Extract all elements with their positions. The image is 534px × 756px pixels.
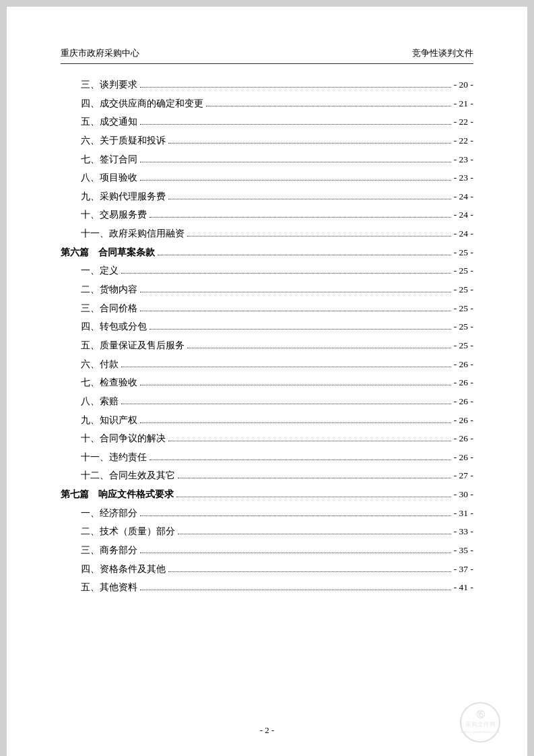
toc-item: 十一、政府采购信用融资- 24 - (61, 225, 473, 243)
toc-item: 六、关于质疑和投诉- 22 - (61, 132, 473, 150)
toc-item: 九、知识产权- 26 - (61, 412, 473, 429)
toc-item-text: 七、签订合同 (81, 151, 137, 168)
toc-item-dots (140, 515, 451, 516)
toc-item-page: - 35 - (454, 542, 473, 559)
toc-item-page: - 23 - (454, 169, 473, 187)
toc-item-dots (178, 534, 451, 534)
toc-item-text: 六、付款 (81, 356, 119, 373)
toc-item-dots (140, 87, 451, 88)
toc-item-dots (149, 329, 451, 329)
toc-item: 十、合同争议的解决- 26 - (61, 430, 473, 447)
toc-item-page: - 21 - (454, 95, 473, 113)
toc-item-text: 四、成交供应商的确定和变更 (81, 95, 203, 113)
toc-item-text: 四、资格条件及其他 (81, 561, 166, 578)
toc-item-dots (178, 478, 451, 478)
toc-item-page: - 25 - (454, 244, 473, 261)
toc-item-text: 十一、政府采购信用融资 (81, 225, 185, 243)
toc-item-dots (187, 348, 451, 348)
toc-item-text: 一、经济部分 (81, 505, 137, 522)
toc-item-page: - 26 - (454, 393, 473, 410)
toc-item-page: - 25 - (454, 300, 473, 317)
toc-item-text: 八、索赔 (81, 393, 119, 410)
toc-item: 三、谈判要求- 20 - (61, 76, 473, 94)
toc-item-dots (206, 106, 451, 106)
toc-item: 五、其他资料- 41 - (61, 579, 473, 596)
toc-item-text: 一、定义 (81, 262, 119, 280)
toc-item-text: 十二、合同生效及其它 (81, 467, 175, 484)
toc-item-dots (168, 441, 451, 441)
toc-item-dots (176, 497, 451, 497)
toc-item-dots (121, 367, 451, 367)
page-header: 重庆市政府采购中心 竞争性谈判文件 (61, 47, 473, 64)
toc-item-page: - 27 - (454, 467, 473, 484)
toc-item-page: - 24 - (454, 206, 473, 224)
toc-item: 三、合同价格- 25 - (61, 300, 473, 317)
toc-item: 三、商务部分- 35 - (61, 542, 473, 559)
toc-item-text: 第六篇 合同草案条款 (61, 244, 155, 261)
toc-item-text: 四、转包或分包 (81, 318, 147, 336)
toc-item-page: - 20 - (454, 76, 473, 94)
toc-item-text: 十、交易服务费 (81, 206, 147, 224)
toc-item: 八、索赔- 26 - (61, 393, 473, 410)
toc-item-text: 三、商务部分 (81, 542, 137, 559)
toc-item-text: 九、采购代理服务费 (81, 188, 166, 206)
toc-item: 六、付款- 26 - (61, 356, 473, 373)
toc-item-text: 六、关于质疑和投诉 (81, 132, 166, 150)
toc-item-dots (140, 590, 451, 590)
page-number: - 2 - (260, 725, 275, 735)
toc-item-text: 七、检查验收 (81, 374, 137, 391)
toc-item-page: - 33 - (454, 523, 473, 540)
toc-item-text: 五、成交通知 (81, 113, 137, 131)
toc-item: 十二、合同生效及其它- 27 - (61, 467, 473, 484)
toc-item: 一、经济部分- 31 - (61, 505, 473, 522)
toc-item-page: - 37 - (454, 561, 473, 578)
toc-item: 七、检查验收- 26 - (61, 374, 473, 391)
toc-item-page: - 31 - (454, 505, 473, 522)
toc-item: 十一、违约责任- 26 - (61, 449, 473, 466)
toc-item-page: - 41 - (454, 579, 473, 596)
toc-item-dots (121, 273, 451, 274)
toc-item-text: 第七篇 响应文件格式要求 (61, 486, 174, 503)
toc-item-page: - 26 - (454, 449, 473, 466)
toc-item: 四、转包或分包- 25 - (61, 318, 473, 336)
toc-item-dots (168, 143, 451, 144)
watermark-line2: www.cgwenjian.com (460, 729, 500, 735)
toc-item-page: - 24 - (454, 225, 473, 243)
toc-item-page: - 24 - (454, 188, 473, 206)
toc-item: 四、成交供应商的确定和变更- 21 - (61, 95, 473, 113)
document-page: 重庆市政府采购中心 竞争性谈判文件 三、谈判要求- 20 -四、成交供应商的确定… (7, 7, 527, 756)
toc-item-dots (140, 180, 451, 181)
header-left: 重庆市政府采购中心 (61, 47, 139, 59)
toc-item-page: - 25 - (454, 318, 473, 336)
toc-item: 十、交易服务费- 24 - (61, 206, 473, 224)
watermark-icon: ⑮ (476, 710, 485, 721)
toc-item: 二、技术（质量）部分- 33 - (61, 523, 473, 540)
toc-item-page: - 22 - (454, 113, 473, 131)
toc-item-text: 八、项目验收 (81, 169, 137, 187)
toc-item-page: - 22 - (454, 132, 473, 150)
toc-item-text: 三、合同价格 (81, 300, 137, 317)
toc-item: 二、货物内容- 25 - (61, 281, 473, 298)
page-footer: - 2 - (7, 725, 527, 736)
toc-item-dots (140, 311, 451, 311)
toc-item: 五、质量保证及售后服务- 25 - (61, 337, 473, 354)
toc-item-page: - 23 - (454, 151, 473, 168)
toc-item: 八、项目验收- 23 - (61, 169, 473, 187)
header-right: 竞争性谈判文件 (412, 47, 473, 59)
watermark: ⑮ 采购文件网 www.cgwenjian.com (460, 702, 500, 743)
toc-item-text: 五、其他资料 (81, 579, 137, 596)
toc-item-dots (168, 199, 451, 199)
toc-item-dots (187, 236, 451, 237)
toc-item-page: - 30 - (454, 486, 473, 503)
toc-item-dots (168, 571, 451, 572)
toc-item: 一、定义- 25 - (61, 262, 473, 280)
toc-item-page: - 25 - (454, 262, 473, 280)
toc-item-dots (149, 460, 451, 460)
toc-item-dots (140, 553, 451, 553)
toc-item-text: 二、货物内容 (81, 281, 137, 298)
toc-item-text: 三、谈判要求 (81, 76, 137, 94)
toc-item-text: 十一、违约责任 (81, 449, 147, 466)
toc-item-page: - 26 - (454, 374, 473, 391)
watermark-line1: 采购文件网 (465, 721, 496, 729)
toc-item-dots (140, 385, 451, 385)
